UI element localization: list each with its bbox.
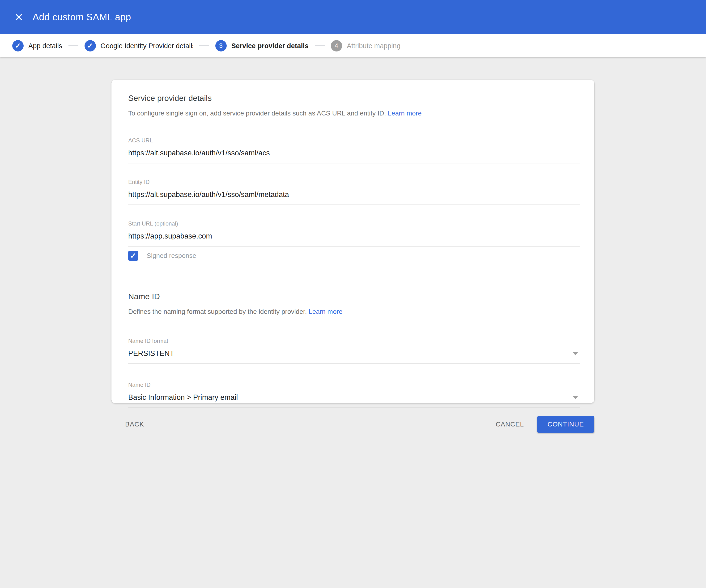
step-service-provider-details[interactable]: 3 Service provider details <box>215 40 309 51</box>
step-label: Google Identity Provider details <box>101 42 193 50</box>
step-number-badge: 4 <box>331 40 342 51</box>
step-label: Service provider details <box>231 42 309 50</box>
step-connector <box>199 45 209 46</box>
step-complete-icon: ✓ <box>12 40 24 51</box>
name-id-section-title: Name ID <box>128 291 580 301</box>
step-label: App details <box>28 42 62 50</box>
learn-more-link[interactable]: Learn more <box>309 308 342 315</box>
step-connector <box>69 45 78 46</box>
chevron-down-icon[interactable] <box>573 396 578 399</box>
acs-url-input[interactable]: https://alt.supabase.io/auth/v1/sso/saml… <box>128 148 580 163</box>
check-icon: ✓ <box>15 42 21 50</box>
app-bar: ✕ Add custom SAML app <box>0 0 706 34</box>
step-google-idp-details[interactable]: ✓ Google Identity Provider details <box>84 40 193 51</box>
acs-url-field: ACS URL https://alt.supabase.io/auth/v1/… <box>128 137 580 163</box>
check-icon: ✓ <box>87 42 93 50</box>
section-description-text: To configure single sign on, add service… <box>128 110 386 117</box>
step-app-details[interactable]: ✓ App details <box>12 40 62 51</box>
footer-actions: BACK CANCEL CONTINUE <box>112 416 594 433</box>
chevron-down-icon[interactable] <box>573 352 578 355</box>
field-label: ACS URL <box>128 137 580 144</box>
signed-response-checkbox[interactable]: ✓ <box>128 251 138 261</box>
wizard-stepper: ✓ App details ✓ Google Identity Provider… <box>0 34 706 57</box>
back-button[interactable]: BACK <box>125 421 144 428</box>
field-label: Name ID <box>128 381 580 388</box>
name-id-dropdown: Name ID Basic Information > Primary emai… <box>128 381 580 408</box>
name-id-format-dropdown: Name ID format PERSISTENT <box>128 338 580 364</box>
step-attribute-mapping[interactable]: 4 Attribute mapping <box>331 40 400 51</box>
section-description: To configure single sign on, add service… <box>128 109 580 118</box>
service-provider-details-card: Service provider details To configure si… <box>112 80 594 403</box>
step-connector <box>315 45 325 46</box>
section-description-text: Defines the naming format supported by t… <box>128 308 307 315</box>
close-icon[interactable]: ✕ <box>12 12 26 23</box>
step-label: Attribute mapping <box>347 42 400 50</box>
learn-more-link[interactable]: Learn more <box>388 110 422 117</box>
name-id-format-select[interactable]: PERSISTENT <box>128 349 580 364</box>
name-id-select[interactable]: Basic Information > Primary email <box>128 393 580 408</box>
signed-response-row: ✓ Signed response <box>128 251 580 261</box>
step-number-badge: 3 <box>215 40 227 51</box>
field-label: Start URL (optional) <box>128 220 580 227</box>
dialog-title: Add custom SAML app <box>33 12 131 23</box>
field-label: Entity ID <box>128 179 580 186</box>
check-icon: ✓ <box>130 251 136 260</box>
name-id-section-description: Defines the naming format supported by t… <box>128 308 580 316</box>
checkbox-label: Signed response <box>147 252 196 260</box>
start-url-field: Start URL (optional) https://app.supabas… <box>128 220 580 246</box>
section-title: Service provider details <box>128 93 580 103</box>
entity-id-input[interactable]: https://alt.supabase.io/auth/v1/sso/saml… <box>128 190 580 205</box>
entity-id-field: Entity ID https://alt.supabase.io/auth/v… <box>128 179 580 205</box>
footer-right-group: CANCEL CONTINUE <box>496 416 594 433</box>
start-url-input[interactable]: https://app.supabase.com <box>128 231 580 246</box>
cancel-button[interactable]: CANCEL <box>496 421 524 428</box>
continue-button[interactable]: CONTINUE <box>537 416 594 433</box>
field-label: Name ID format <box>128 338 580 345</box>
step-complete-icon: ✓ <box>84 40 96 51</box>
